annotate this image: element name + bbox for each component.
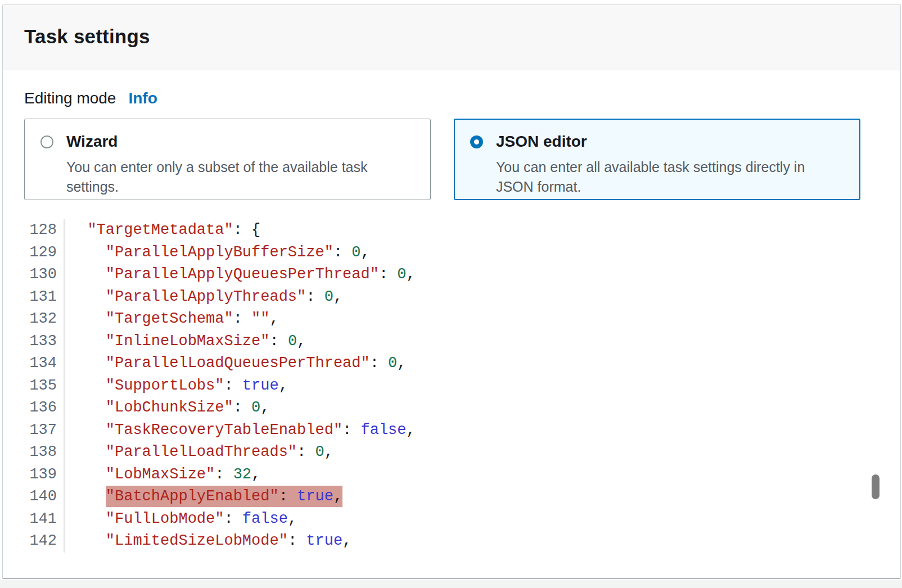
code-line[interactable]: 137 "TaskRecoveryTableEnabled": false, [24,419,879,442]
panel-body: Editing mode Info Wizard You can enter o… [3,89,900,553]
code-line[interactable]: 138 "ParallelLoadThreads": 0, [24,441,879,464]
code-line-text: "ParallelApplyBufferSize": 0, [65,242,370,264]
code-line-text: "TaskRecoveryTableEnabled": false, [65,419,416,442]
panel-header: Task settings [3,5,900,70]
code-line[interactable]: 129 "ParallelApplyBufferSize": 0, [24,242,879,264]
code-line-text: "LobMaxSize": 32, [65,464,260,486]
line-number: 136 [24,397,65,419]
code-line[interactable]: 133 "InlineLobMaxSize": 0, [24,331,879,353]
page-title: Task settings [24,25,879,48]
code-line[interactable]: 134 "ParallelLoadQueuesPerThread": 0, [24,352,879,375]
json-editor-description: You can enter all available task setting… [496,157,844,196]
highlighted-token: "BatchApplyEnabled": true, [106,486,342,507]
wizard-tile[interactable]: Wizard You can enter only a subset of th… [24,119,431,200]
code-line[interactable]: 141 "FullLobMode": false, [24,508,879,531]
json-editor-title: JSON editor [496,133,844,151]
editing-mode-row: Editing mode Info [24,89,879,107]
info-link[interactable]: Info [128,89,157,107]
code-line[interactable]: 131 "ParallelApplyThreads": 0, [24,286,879,309]
wizard-radio[interactable] [40,135,53,148]
line-number: 140 [24,486,65,508]
page: Task settings Editing mode Info Wizard Y… [0,0,902,588]
code-line-text: "LimitedSizeLobMode": true, [65,530,351,553]
code-line[interactable]: 139 "LobMaxSize": 32, [24,464,879,486]
editing-mode-tiles: Wizard You can enter only a subset of th… [24,119,879,200]
code-line-text: "SupportLobs": true, [65,375,288,397]
line-number: 128 [24,219,65,242]
code-line[interactable]: 130 "ParallelApplyQueuesPerThread": 0, [24,264,879,286]
line-number: 134 [24,352,65,375]
code-line[interactable]: 136 "LobChunkSize": 0, [24,397,879,419]
code-line[interactable]: 128 "TargetMetadata": { [24,219,879,242]
line-number: 131 [24,286,65,309]
json-editor-radio[interactable] [470,135,483,148]
line-number: 142 [24,530,65,553]
json-editor-tile[interactable]: JSON editor You can enter all available … [454,119,860,200]
code-line-text: "TargetMetadata": { [65,219,260,242]
code-line[interactable]: 132 "TargetSchema": "", [24,308,879,331]
code-line-text: "TargetSchema": "", [65,308,279,331]
json-code-editor[interactable]: 128 "TargetMetadata": {129 "ParallelAppl… [24,219,879,553]
code-line-text: "ParallelApplyThreads": 0, [65,286,342,309]
line-number: 141 [24,508,65,531]
wizard-description: You can enter only a subset of the avail… [66,157,414,196]
line-number: 130 [24,264,65,286]
line-number: 135 [24,375,65,397]
code-line-text: "BatchApplyEnabled": true, [65,486,342,508]
code-line[interactable]: 142 "LimitedSizeLobMode": true, [24,530,879,553]
wizard-title: Wizard [66,133,414,151]
code-line[interactable]: 140 "BatchApplyEnabled": true, [24,486,879,508]
code-line-text: "ParallelLoadThreads": 0, [65,441,333,464]
code-line-text: "LobChunkSize": 0, [65,397,269,419]
page-background-strip [0,580,902,588]
editing-mode-label: Editing mode [24,89,116,107]
code-line[interactable]: 135 "SupportLobs": true, [24,375,879,397]
code-line-text: "InlineLobMaxSize": 0, [65,331,306,353]
line-number: 133 [24,331,65,353]
line-number: 132 [24,308,65,331]
vertical-scrollbar-thumb[interactable] [872,474,880,499]
code-line-text: "ParallelLoadQueuesPerThread": 0, [65,352,407,375]
code-lines: 128 "TargetMetadata": {129 "ParallelAppl… [24,219,879,553]
task-settings-panel: Task settings Editing mode Info Wizard Y… [2,4,901,579]
line-number: 139 [24,464,65,486]
code-line-text: "ParallelApplyQueuesPerThread": 0, [65,264,416,286]
line-number: 138 [24,441,65,464]
line-number: 137 [24,419,65,442]
code-line-text: "FullLobMode": false, [65,508,297,531]
line-number: 129 [24,242,65,264]
